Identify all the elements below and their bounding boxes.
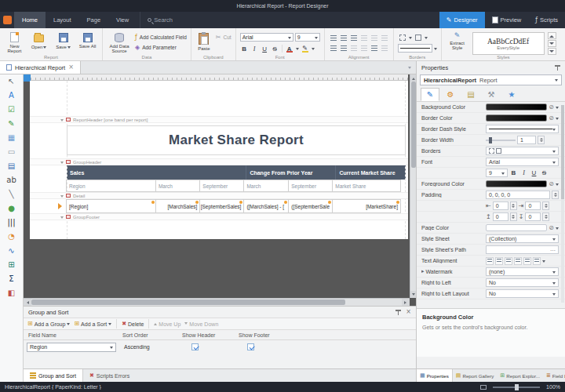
strikethrough-button[interactable]: S bbox=[540, 169, 549, 177]
align-top-button[interactable] bbox=[370, 33, 379, 42]
gallery-open-button[interactable] bbox=[548, 48, 556, 55]
prop-text-alignment[interactable]: Text Alignment bbox=[417, 256, 565, 267]
bold-button[interactable]: B bbox=[509, 169, 518, 177]
tab-behavior[interactable]: ⚙ bbox=[441, 88, 460, 101]
expander-icon[interactable]: ▸ bbox=[421, 269, 425, 274]
dropdown-arrow-icon[interactable] bbox=[434, 48, 437, 52]
dropdown-arrow-icon[interactable] bbox=[409, 37, 412, 41]
panel-tool[interactable]: ▭ bbox=[0, 145, 23, 159]
scroll-down-button[interactable] bbox=[410, 291, 416, 298]
horizontal-scrollbar[interactable] bbox=[24, 298, 410, 306]
vertical-scrollbar[interactable] bbox=[410, 74, 416, 298]
italic-button[interactable]: I bbox=[250, 44, 259, 53]
field-march-change[interactable]: ([MarchSales] - [ bbox=[243, 199, 289, 213]
style-sheet-path-field[interactable]: … bbox=[486, 245, 559, 254]
open-button[interactable]: Open bbox=[28, 31, 49, 50]
font-color-button[interactable]: A bbox=[285, 44, 294, 53]
slider-thumb[interactable] bbox=[489, 137, 492, 143]
dropdown-arrow-icon[interactable] bbox=[542, 260, 545, 264]
spinner[interactable] bbox=[542, 212, 549, 221]
paste-button[interactable]: Paste bbox=[195, 31, 213, 51]
dash-style-select[interactable] bbox=[486, 125, 559, 133]
show-footer-checkbox[interactable] bbox=[247, 343, 254, 350]
prop-borders[interactable]: Borders bbox=[417, 146, 565, 157]
report-page[interactable]: ReportHeader [one band per report] Marke… bbox=[30, 81, 408, 239]
app-menu-button[interactable] bbox=[0, 12, 14, 28]
align-right-button[interactable] bbox=[349, 33, 359, 42]
style-sheet-field[interactable]: (Collection) bbox=[486, 234, 559, 243]
add-calculated-field-button[interactable]: ƒ Add Calculated Field bbox=[135, 33, 187, 42]
tab-field-list[interactable]: ≣Field List bbox=[543, 369, 565, 382]
scroll-right-button[interactable] bbox=[402, 299, 410, 306]
prop-padding-vertical[interactable]: ↥ 0 ↧ 0 bbox=[417, 212, 565, 223]
indent-increase-button[interactable] bbox=[359, 43, 369, 53]
new-report-button[interactable]: New Report bbox=[4, 31, 25, 53]
tab-design[interactable]: ⚒ bbox=[482, 88, 501, 101]
pointer-tool[interactable]: ↖ bbox=[0, 74, 23, 89]
gallery-scroll-down-button[interactable] bbox=[548, 40, 556, 47]
strikethrough-button[interactable]: S bbox=[271, 44, 279, 53]
property-grid-scrollbar[interactable] bbox=[561, 105, 564, 303]
subheader-cell-september-2[interactable]: September bbox=[288, 180, 333, 192]
align-center-button[interactable] bbox=[339, 33, 348, 42]
prop-padding[interactable]: Padding 0, 0, 0, 0 bbox=[417, 190, 565, 201]
line-tool[interactable]: ╲ bbox=[0, 187, 23, 201]
prop-font-size[interactable]: 9 B I U S bbox=[417, 168, 565, 179]
ribbon-search[interactable]: Search bbox=[140, 12, 180, 28]
font-size-field[interactable]: 9 bbox=[486, 169, 508, 177]
field-september-sales[interactable]: [SeptemberSales] bbox=[199, 199, 244, 213]
scroll-up-button[interactable] bbox=[410, 74, 416, 82]
chart-tool[interactable]: ◧ bbox=[0, 286, 23, 300]
prop-padding-horizontal[interactable]: ⇤ 0 ⇥ 0 bbox=[417, 201, 565, 212]
underline-button[interactable]: U bbox=[530, 169, 538, 177]
sum-tool[interactable]: Σ bbox=[0, 272, 23, 286]
zoom-slider-thumb[interactable] bbox=[515, 384, 519, 390]
subheader-cell-market-share[interactable]: Market Share bbox=[332, 180, 401, 192]
field-region[interactable]: [Region] bbox=[66, 199, 156, 213]
no-color-icon[interactable]: ⊘ bbox=[549, 181, 554, 187]
prop-border-dash-style[interactable]: Border Dash Style bbox=[417, 124, 565, 135]
band-group-header[interactable]: GroupHeader bbox=[30, 158, 408, 165]
font-size-select[interactable]: 9 bbox=[295, 33, 320, 42]
highlight-color-button[interactable]: ✎ bbox=[301, 44, 310, 53]
extract-style-button[interactable]: ✎ Extract Style bbox=[446, 31, 469, 50]
prop-font[interactable]: Font Arial bbox=[417, 157, 565, 168]
move-down-button[interactable]: Move Down bbox=[184, 321, 218, 327]
band-collapse-icon[interactable] bbox=[60, 162, 64, 165]
band-collapse-icon[interactable] bbox=[60, 195, 64, 199]
zoom-fit-icon[interactable] bbox=[480, 385, 487, 390]
tab-report-explorer[interactable]: ⊞Report Explor... bbox=[497, 369, 543, 382]
prop-border-color[interactable]: Border Color ⊘ bbox=[417, 113, 565, 124]
align-horizontal-button[interactable] bbox=[370, 43, 379, 53]
add-sort-button[interactable]: ⊞ Add a Sort bbox=[74, 321, 111, 327]
style-gallery-item[interactable]: AaBbCcDdEf EveryStyle bbox=[472, 32, 545, 55]
zoom-slider[interactable] bbox=[493, 387, 540, 388]
add-data-source-button[interactable]: Add Data Source bbox=[107, 31, 132, 53]
no-color-icon[interactable]: ⊘ bbox=[549, 104, 554, 111]
dropdown-arrow-icon[interactable] bbox=[556, 227, 559, 231]
show-header-checkbox[interactable] bbox=[191, 343, 199, 350]
spinner[interactable] bbox=[510, 212, 517, 221]
padding-bottom-field[interactable]: 0 bbox=[525, 212, 541, 221]
preview-mode-button[interactable]: Preview bbox=[485, 12, 529, 28]
color-swatch[interactable] bbox=[486, 180, 547, 187]
close-panel-icon[interactable]: × bbox=[406, 309, 411, 315]
prop-right-to-left[interactable]: Right to Left No bbox=[417, 278, 565, 289]
padding-left-field[interactable]: 0 bbox=[493, 201, 508, 210]
borders-preset-button[interactable] bbox=[398, 33, 407, 42]
group-row[interactable]: Region Ascending bbox=[24, 340, 416, 354]
character-comb-tool[interactable]: ab bbox=[0, 173, 23, 187]
rich-text-tool[interactable]: ✎ bbox=[0, 117, 23, 131]
ribbon-tab-home[interactable]: Home bbox=[14, 12, 46, 28]
field-september-change[interactable]: ([SeptemberSale bbox=[288, 199, 333, 213]
spinner[interactable] bbox=[542, 201, 549, 210]
tab-appearance[interactable]: ✎ bbox=[421, 88, 439, 101]
tab-data[interactable]: ▤ bbox=[461, 88, 480, 101]
right-to-left-field[interactable]: No bbox=[486, 278, 559, 287]
check-box-tool[interactable]: ☑ bbox=[0, 103, 23, 117]
header-cell-market-share[interactable]: Current Market Share bbox=[336, 165, 406, 180]
tab-properties[interactable]: ▦Properties bbox=[417, 369, 453, 382]
align-option-button[interactable] bbox=[505, 257, 512, 265]
subheader-cell-march[interactable]: March bbox=[155, 180, 200, 192]
horizontal-scroll-thumb[interactable] bbox=[31, 299, 345, 305]
